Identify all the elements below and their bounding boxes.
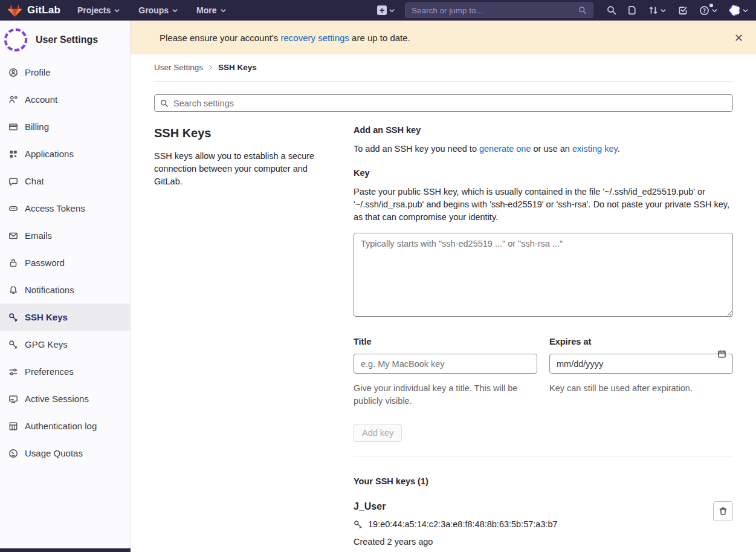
sidebar-item-label: Applications — [25, 149, 74, 159]
monitor-icon — [8, 394, 18, 404]
todo-icon[interactable] — [678, 5, 688, 15]
sidebar-title: User Settings — [36, 34, 98, 45]
avatar — [4, 28, 27, 51]
chevron-down-icon — [660, 7, 667, 14]
sidebar-item-active-sessions[interactable]: Active Sessions — [0, 385, 130, 412]
ssh-key-name[interactable]: J_User — [354, 501, 697, 512]
nav-groups-label: Groups — [138, 5, 169, 15]
sidebar-item-preferences[interactable]: Preferences — [0, 358, 130, 385]
grid-icon — [8, 149, 18, 159]
sidebar-item-ssh-keys[interactable]: SSH Keys — [0, 304, 130, 331]
breadcrumb-current: SSH Keys — [218, 63, 257, 72]
chevron-right-icon — [208, 65, 213, 70]
sidebar-item-profile[interactable]: Profile — [0, 59, 130, 86]
ssh-key-created: Created 2 years ago — [354, 537, 697, 547]
plus-icon: + — [377, 5, 387, 15]
lock-icon — [8, 258, 18, 268]
sidebar-item-usage-quotas[interactable]: Usage Quotas — [0, 440, 130, 467]
sidebar-item-account[interactable]: Account — [0, 86, 130, 113]
notification-dot — [709, 4, 713, 7]
mail-icon — [8, 231, 18, 241]
page-title: SSH Keys — [154, 126, 326, 140]
gitlab-home-link[interactable]: GitLab — [7, 3, 60, 18]
user-icon — [8, 68, 18, 77]
svg-text:?: ? — [703, 7, 706, 13]
search-icon[interactable] — [607, 5, 616, 15]
account-gear-icon — [8, 95, 18, 105]
ssh-key-fingerprint-row: 19:e0:44:a5:14:c2:3a:e8:f8:48:8b:63:5b:5… — [354, 519, 697, 529]
sidebar-item-gpg-keys[interactable]: GPG Keys — [0, 331, 130, 358]
intro-text-mid: or use an — [531, 144, 572, 154]
chevron-down-icon — [172, 7, 178, 14]
new-menu-button[interactable]: + — [377, 5, 395, 15]
sidebar-item-label: Emails — [25, 230, 52, 241]
sidebar-item-label: Notifications — [25, 285, 74, 295]
sidebar-item-label: Password — [25, 258, 65, 268]
sidebar-item-label: SSH Keys — [25, 312, 68, 322]
sidebar-item-label: Active Sessions — [25, 394, 89, 404]
recovery-settings-link[interactable]: recovery settings — [280, 33, 349, 43]
settings-search-input[interactable] — [173, 99, 727, 108]
existing-key-link[interactable]: existing key — [572, 144, 618, 154]
search-icon — [160, 99, 169, 108]
key-field-label: Key — [354, 168, 733, 178]
banner-text-after: are up to date. — [349, 33, 410, 43]
trash-icon — [719, 507, 728, 516]
key-icon — [8, 313, 18, 322]
breadcrumb-user-settings[interactable]: User Settings — [154, 63, 203, 72]
ssh-key-textarea[interactable] — [354, 233, 733, 317]
sidebar-item-emails[interactable]: Emails — [0, 222, 130, 249]
sidebar-item-applications[interactable]: Applications — [0, 140, 130, 167]
global-search-input[interactable] — [412, 6, 578, 15]
nav-projects-label: Projects — [77, 5, 111, 15]
delete-key-button[interactable] — [713, 501, 733, 521]
sidebar-item-label: Billing — [25, 122, 49, 132]
key-icon — [354, 520, 363, 529]
sidebar-item-billing[interactable]: Billing — [0, 113, 130, 140]
expires-field-label: Expires at — [549, 337, 733, 346]
sidebar-item-label: GPG Keys — [25, 339, 68, 349]
nav-more[interactable]: More — [196, 5, 226, 15]
title-field-group: Title Give your individual key a title. … — [354, 337, 537, 408]
user-menu-button[interactable] — [729, 5, 749, 16]
sliders-icon — [8, 367, 18, 377]
chat-bubble-icon — [8, 177, 18, 186]
section-divider — [354, 456, 733, 456]
breadcrumb: User Settings SSH Keys — [154, 54, 733, 82]
banner-text-before: Please ensure your account's — [160, 33, 280, 43]
sidebar-item-notifications[interactable]: Notifications — [0, 276, 130, 304]
sidebar-item-chat[interactable]: Chat — [0, 167, 130, 195]
intro-text-after: . — [618, 144, 620, 154]
sidebar-item-authentication-log[interactable]: Authentication log — [0, 412, 130, 440]
generate-one-link[interactable]: generate one — [479, 144, 531, 154]
expires-date-input[interactable] — [549, 354, 733, 374]
intro-text-before: To add an SSH key you need to — [354, 144, 479, 154]
merge-request-icon[interactable] — [648, 5, 667, 15]
chevron-down-icon — [389, 7, 395, 14]
settings-search[interactable] — [154, 94, 733, 112]
bell-icon — [8, 285, 18, 295]
help-icon[interactable]: ? — [699, 5, 718, 16]
sidebar-item-access-tokens[interactable]: Access Tokens — [0, 195, 130, 222]
close-icon — [735, 34, 743, 42]
nav-menu: Projects Groups More — [77, 5, 226, 15]
banner-close-button[interactable] — [735, 34, 743, 42]
add-ssh-key-intro: To add an SSH key you need to generate o… — [354, 143, 733, 155]
title-input[interactable] — [354, 354, 537, 374]
sidebar-item-label: Preferences — [25, 366, 74, 377]
table-icon — [8, 421, 18, 431]
add-key-button[interactable]: Add key — [354, 424, 402, 442]
search-icon — [578, 6, 587, 15]
issues-icon[interactable] — [628, 5, 637, 15]
global-search[interactable] — [405, 2, 593, 18]
sidebar-bottom-strip — [0, 548, 131, 552]
navbar-icons: ? — [607, 5, 749, 16]
sidebar-item-password[interactable]: Password — [0, 249, 130, 276]
nav-groups[interactable]: Groups — [138, 5, 178, 15]
sidebar-item-label: Authentication log — [25, 421, 97, 431]
chevron-down-icon — [742, 7, 749, 14]
expires-field-help: Key can still be used after expiration. — [549, 382, 733, 395]
chevron-down-icon — [114, 7, 120, 14]
key-field-help: Paste your public SSH key, which is usua… — [354, 186, 733, 224]
nav-projects[interactable]: Projects — [77, 5, 120, 15]
